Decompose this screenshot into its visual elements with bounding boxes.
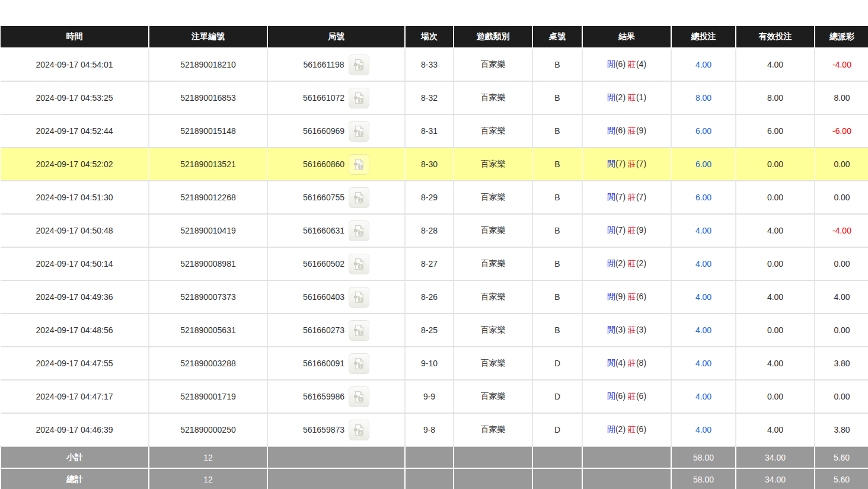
player-score: (2) bbox=[615, 424, 628, 434]
banker-score: (6) bbox=[636, 391, 646, 401]
valid-bet-cell: 4.00 bbox=[736, 214, 815, 247]
banker-label: 莊 bbox=[628, 358, 636, 367]
banker-score: (2) bbox=[636, 258, 646, 268]
table-code-cell: D bbox=[532, 347, 582, 380]
table-row: 2024-09-17 04:51:30521890012268561660755… bbox=[1, 181, 868, 214]
table-code-cell: D bbox=[532, 380, 582, 413]
time-cell: 2024-09-17 04:51:30 bbox=[1, 181, 149, 214]
player-label: 閒 bbox=[607, 192, 615, 202]
time-cell: 2024-09-17 04:52:44 bbox=[1, 114, 149, 148]
video-replay-icon bbox=[352, 324, 366, 337]
video-replay-button[interactable] bbox=[349, 353, 369, 374]
result-cell: 閒(7) 莊(9) bbox=[582, 214, 671, 247]
round-number-wrap: 561660403 bbox=[269, 287, 404, 308]
video-replay-button[interactable] bbox=[349, 386, 369, 407]
video-replay-button[interactable] bbox=[349, 154, 369, 175]
result-cell: 閒(4) 莊(8) bbox=[582, 347, 671, 380]
round-number-cell: 561660860 bbox=[267, 148, 405, 181]
banker-score: (6) bbox=[636, 292, 646, 301]
session-cell: 8-31 bbox=[405, 114, 454, 148]
table-row: 2024-09-17 04:49:36521890007373561660403… bbox=[1, 280, 868, 314]
banker-label: 莊 bbox=[628, 391, 636, 401]
column-header-table_no: 桌號 bbox=[532, 26, 582, 48]
payout-cell: 0.00 bbox=[815, 148, 868, 181]
video-replay-button[interactable] bbox=[349, 121, 369, 142]
summary-empty-result bbox=[582, 446, 671, 468]
summary-count: 12 bbox=[149, 446, 267, 468]
video-replay-button[interactable] bbox=[349, 287, 369, 308]
column-header-total_bet: 總投注 bbox=[671, 26, 736, 48]
summary-empty-round-number bbox=[267, 446, 405, 468]
payout-cell: 0.00 bbox=[815, 247, 868, 280]
column-header-game_type: 遊戲類別 bbox=[454, 26, 532, 48]
valid-bet-cell: 4.00 bbox=[736, 413, 815, 446]
round-number: 561660755 bbox=[303, 193, 344, 202]
time-cell: 2024-09-17 04:50:14 bbox=[1, 247, 149, 280]
game-type-cell: 百家樂 bbox=[454, 314, 532, 347]
payout-cell: 0.00 bbox=[815, 181, 868, 214]
table-row: 2024-09-17 04:48:56521890005631561660273… bbox=[1, 314, 868, 347]
time-cell: 2024-09-17 04:46:39 bbox=[1, 413, 149, 446]
video-replay-button[interactable] bbox=[349, 187, 369, 208]
payout-cell: 3.80 bbox=[815, 347, 868, 380]
round-number-cell: 561661072 bbox=[267, 81, 405, 114]
video-replay-button[interactable] bbox=[349, 55, 369, 75]
time-cell: 2024-09-17 04:53:25 bbox=[1, 81, 149, 114]
player-score: (2) bbox=[615, 92, 628, 102]
table-code-cell: B bbox=[532, 148, 582, 181]
column-header-time: 時間 bbox=[1, 26, 149, 48]
banker-label: 莊 bbox=[628, 325, 636, 334]
bet-history-table: 時間注單編號局號場次遊戲類別桌號結果總投注有效投注總派彩 2024-09-17 … bbox=[0, 26, 868, 489]
summary-empty-game-type bbox=[454, 446, 532, 468]
video-replay-button[interactable] bbox=[349, 420, 369, 440]
result-cell: 閒(7) 莊(7) bbox=[582, 181, 671, 214]
banker-label: 莊 bbox=[628, 424, 636, 434]
player-label: 閒 bbox=[607, 159, 615, 168]
total-bet-cell: 4.00 bbox=[671, 48, 736, 81]
summary-label: 總計 bbox=[1, 468, 149, 489]
round-number: 561660091 bbox=[303, 359, 344, 368]
round-number-cell: 561660755 bbox=[267, 181, 405, 214]
table-row: 2024-09-17 04:54:01521890018210561661198… bbox=[1, 48, 868, 81]
column-header-session: 場次 bbox=[405, 26, 454, 48]
round-number-cell: 561660403 bbox=[267, 280, 405, 314]
game-type-cell: 百家樂 bbox=[454, 48, 532, 81]
session-cell: 8-29 bbox=[405, 181, 454, 214]
result-cell: 閒(2) 莊(2) bbox=[582, 247, 671, 280]
banker-score: (9) bbox=[636, 126, 646, 135]
game-type-cell: 百家樂 bbox=[454, 247, 532, 280]
table-code-cell: B bbox=[532, 181, 582, 214]
result-cell: 閒(6) 莊(6) bbox=[582, 380, 671, 413]
bet-number-cell: 521890010419 bbox=[149, 214, 267, 247]
bet-number-cell: 521890001719 bbox=[149, 380, 267, 413]
table-code-cell: B bbox=[532, 81, 582, 114]
time-cell: 2024-09-17 04:54:01 bbox=[1, 48, 149, 81]
result-cell: 閒(6) 莊(4) bbox=[582, 48, 671, 81]
video-replay-button[interactable] bbox=[349, 320, 369, 341]
video-replay-icon bbox=[352, 158, 366, 171]
round-number-cell: 561660091 bbox=[267, 347, 405, 380]
round-number: 561659873 bbox=[303, 425, 344, 434]
round-number-wrap: 561660091 bbox=[269, 353, 404, 374]
summary-payout: 5.60 bbox=[815, 468, 868, 489]
video-replay-button[interactable] bbox=[349, 88, 369, 108]
player-score: (3) bbox=[615, 325, 628, 334]
round-number-wrap: 561659873 bbox=[269, 420, 404, 440]
video-replay-icon bbox=[352, 290, 366, 304]
banker-label: 莊 bbox=[628, 59, 636, 69]
result-cell: 閒(6) 莊(9) bbox=[582, 114, 671, 148]
time-cell: 2024-09-17 04:49:36 bbox=[1, 280, 149, 314]
header-row: 時間注單編號局號場次遊戲類別桌號結果總投注有效投注總派彩 bbox=[1, 26, 868, 48]
video-replay-button[interactable] bbox=[349, 220, 369, 241]
subtotal-row: 小計1258.0034.005.60 bbox=[1, 446, 868, 468]
table-header: 時間注單編號局號場次遊戲類別桌號結果總投注有效投注總派彩 bbox=[1, 26, 868, 48]
table-summary: 小計1258.0034.005.60總計1258.0034.005.60 bbox=[1, 446, 868, 489]
payout-cell: -4.00 bbox=[815, 48, 868, 81]
time-cell: 2024-09-17 04:52:02 bbox=[1, 148, 149, 181]
video-replay-button[interactable] bbox=[349, 254, 369, 274]
session-cell: 9-9 bbox=[405, 380, 454, 413]
banker-score: (4) bbox=[636, 59, 646, 69]
summary-empty-round-number bbox=[267, 468, 405, 489]
table-code-cell: B bbox=[532, 247, 582, 280]
valid-bet-cell: 4.00 bbox=[736, 280, 815, 314]
